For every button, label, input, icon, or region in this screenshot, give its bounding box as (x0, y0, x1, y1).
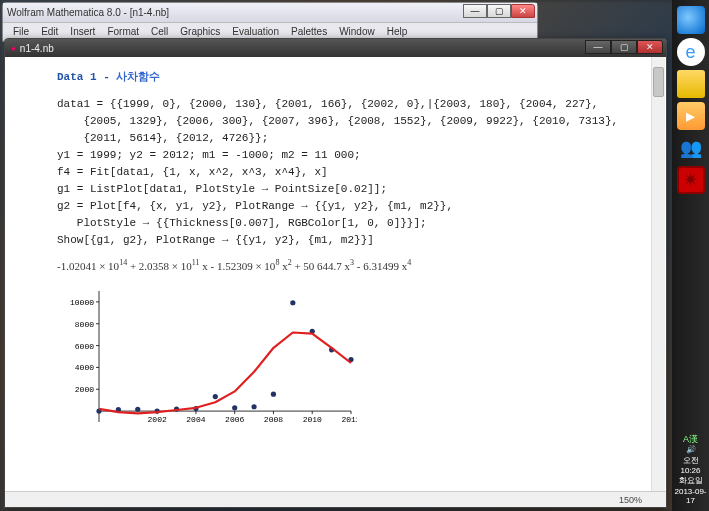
menu-edit[interactable]: Edit (35, 25, 64, 38)
menu-help[interactable]: Help (381, 25, 414, 38)
svg-text:8000: 8000 (75, 320, 94, 329)
doc-maximize-button[interactable]: ▢ (611, 40, 637, 54)
code-line: g1 = ListPlot[data1, PlotStyle → PointSi… (57, 181, 648, 198)
start-button[interactable] (677, 6, 705, 34)
code-line: {2005, 1329}, {2006, 300}, {2007, 396}, … (57, 113, 648, 130)
svg-point-33 (271, 392, 276, 397)
menu-palettes[interactable]: Palettes (285, 25, 333, 38)
menu-graphics[interactable]: Graphics (174, 25, 226, 38)
code-line: PlotStyle → {{Thickness[0.007], RGBColor… (57, 215, 648, 232)
code-line: g2 = Plot[f4, {x, y1, y2}, PlotRange → {… (57, 198, 648, 215)
zoom-level[interactable]: 150% (619, 495, 642, 505)
svg-text:2010: 2010 (303, 415, 322, 424)
svg-text:2006: 2006 (225, 415, 244, 424)
code-line: y1 = 1999; y2 = 2012; m1 = -1000; m2 = 1… (57, 147, 648, 164)
heading-prefix: Data (57, 71, 83, 83)
heading-number: 1 (90, 71, 97, 83)
svg-point-34 (290, 300, 295, 305)
outer-title: Wolfram Mathematica 8.0 - [n1-4.nb] (7, 7, 169, 18)
svg-text:4000: 4000 (75, 364, 94, 373)
ime-indicator[interactable]: A漢 (674, 434, 707, 445)
system-tray: A漢 🔊 오전 10:26 화요일 2013-09-17 (674, 434, 707, 507)
statusbar: 150% (5, 491, 666, 507)
code-line: Show[{g1, g2}, PlotRange → {{y1, y2}, {m… (57, 232, 648, 249)
svg-point-30 (213, 394, 218, 399)
doc-close-button[interactable]: ✕ (637, 40, 663, 54)
menu-insert[interactable]: Insert (64, 25, 101, 38)
svg-point-26 (135, 407, 140, 412)
section-heading: Data 1 - 사차함수 (57, 69, 648, 86)
explorer-icon[interactable] (677, 70, 705, 98)
heading-sep: - (97, 71, 117, 83)
media-player-icon[interactable]: ▸ (677, 102, 705, 130)
outer-close-button[interactable]: ✕ (511, 4, 535, 18)
outer-titlebar[interactable]: Wolfram Mathematica 8.0 - [n1-4.nb] — ▢ … (3, 3, 537, 23)
document-window: n1-4.nb — ▢ ✕ Data 1 - 사차함수 data1 = {{19… (4, 38, 667, 508)
menu-format[interactable]: Format (101, 25, 145, 38)
outer-minimize-button[interactable]: — (463, 4, 487, 18)
code-line: data1 = {{1999, 0}, {2000, 130}, {2001, … (57, 96, 648, 113)
menu-evaluation[interactable]: Evaluation (226, 25, 285, 38)
document-title: n1-4.nb (11, 43, 54, 54)
menu-file[interactable]: File (7, 25, 35, 38)
clock-date: 2013-09-17 (674, 487, 707, 506)
svg-text:2004: 2004 (186, 415, 205, 424)
doc-minimize-button[interactable]: — (585, 40, 611, 54)
svg-point-31 (232, 405, 237, 410)
svg-text:10000: 10000 (70, 298, 94, 307)
scroll-thumb[interactable] (653, 67, 664, 97)
ie-icon[interactable]: e (677, 38, 705, 66)
notebook-body[interactable]: Data 1 - 사차함수 data1 = {{1999, 0}, {2000,… (5, 57, 666, 491)
menu-window[interactable]: Window (333, 25, 381, 38)
messenger-icon[interactable]: 👥 (677, 134, 705, 162)
outer-window: Wolfram Mathematica 8.0 - [n1-4.nb] — ▢ … (2, 2, 538, 42)
taskbar: e ▸ 👥 ✷ A漢 🔊 오전 10:26 화요일 2013-09-17 (672, 0, 709, 511)
mathematica-icon[interactable]: ✷ (677, 166, 705, 194)
speaker-icon[interactable]: 🔊 (674, 445, 707, 455)
outer-maximize-button[interactable]: ▢ (487, 4, 511, 18)
vertical-scrollbar[interactable] (651, 57, 665, 491)
clock-day: 화요일 (674, 476, 707, 486)
svg-point-32 (251, 404, 256, 409)
output-chart: 2000400060008000100002002200420062008201… (57, 285, 357, 440)
svg-text:2012: 2012 (341, 415, 357, 424)
svg-text:6000: 6000 (75, 342, 94, 351)
code-line: f4 = Fit[data1, {1, x, x^2, x^3, x^4}, x… (57, 164, 648, 181)
heading-korean: 사차함수 (116, 71, 160, 83)
code-block[interactable]: data1 = {{1999, 0}, {2000, 130}, {2001, … (57, 96, 648, 249)
svg-text:2008: 2008 (264, 415, 283, 424)
clock-time[interactable]: 오전 10:26 (674, 456, 707, 475)
svg-text:2000: 2000 (75, 385, 94, 394)
document-titlebar[interactable]: n1-4.nb — ▢ ✕ (5, 39, 666, 57)
code-line: {2011, 5614}, {2012, 4726}}; (57, 130, 648, 147)
fit-result: -1.02041 × 1014 + 2.0358 × 1011 x - 1.52… (57, 257, 648, 275)
svg-text:2002: 2002 (148, 415, 167, 424)
menu-cell[interactable]: Cell (145, 25, 174, 38)
